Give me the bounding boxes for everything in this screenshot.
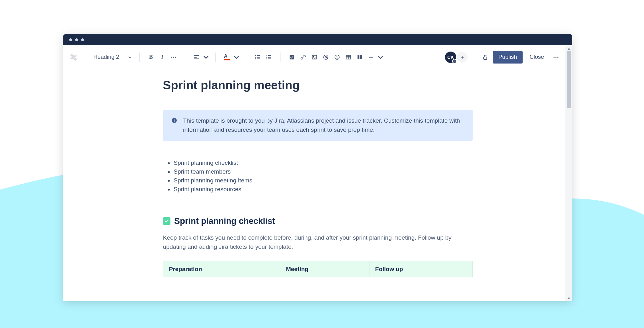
link-button[interactable]: [298, 52, 308, 62]
emoji-button[interactable]: [332, 52, 342, 62]
bullet-list-icon: [254, 54, 261, 60]
table-button[interactable]: [343, 52, 353, 62]
more-actions-button[interactable]: [551, 52, 561, 62]
svg-rect-18: [358, 55, 359, 59]
svg-rect-9: [290, 55, 294, 59]
svg-rect-20: [484, 57, 487, 59]
page-title[interactable]: Sprint planning meeting: [163, 79, 473, 92]
info-panel-text: This template is brought to you by Jira,…: [183, 116, 464, 135]
browser-window: Heading 2 B I: [63, 34, 572, 301]
emoji-icon: [334, 54, 340, 60]
align-left-icon: [193, 54, 200, 60]
divider: [163, 205, 473, 205]
toc-item[interactable]: Sprint planning resources: [174, 186, 473, 193]
scrollbar-track[interactable]: [565, 51, 572, 295]
text-color-button[interactable]: A: [222, 52, 232, 62]
mention-button[interactable]: [321, 52, 331, 62]
window-titlebar: [63, 34, 572, 45]
svg-point-5: [255, 58, 256, 59]
svg-point-26: [174, 119, 175, 120]
info-icon: [171, 116, 177, 135]
toolbar-separator: [280, 53, 280, 62]
text-color-dropdown[interactable]: [233, 52, 240, 62]
table-of-contents: Sprint planning checklist Sprint team me…: [163, 159, 473, 193]
editor-toolbar: Heading 2 B I: [63, 45, 565, 69]
alignment-button[interactable]: [192, 52, 202, 62]
checkbox-icon: [289, 54, 295, 60]
section-description[interactable]: Keep track of tasks you need to complete…: [163, 233, 473, 252]
toc-item[interactable]: Sprint team members: [174, 168, 473, 175]
scroll-down-icon[interactable]: ▾: [568, 295, 570, 301]
toc-item[interactable]: Sprint planning checklist: [174, 159, 473, 166]
italic-button[interactable]: I: [157, 52, 167, 62]
user-avatar[interactable]: CK c: [445, 52, 456, 63]
action-item-button[interactable]: [287, 52, 297, 62]
table-header[interactable]: Follow up: [369, 261, 473, 277]
alignment-dropdown[interactable]: [203, 52, 209, 62]
dots-icon: [553, 54, 559, 60]
svg-rect-19: [360, 55, 362, 59]
svg-point-12: [324, 55, 328, 59]
table-icon: [345, 54, 352, 60]
svg-text:3: 3: [266, 58, 267, 60]
svg-point-1: [173, 57, 174, 58]
info-panel[interactable]: This template is brought to you by Jira,…: [163, 110, 473, 141]
presence-badge: c: [452, 59, 457, 64]
insert-dropdown[interactable]: [377, 52, 384, 62]
editor-content[interactable]: Sprint planning meeting This template is…: [163, 69, 473, 277]
close-label: Close: [530, 54, 544, 60]
svg-point-2: [175, 57, 176, 58]
numbered-list-button[interactable]: 123: [264, 52, 274, 62]
close-button[interactable]: Close: [525, 51, 548, 64]
svg-point-21: [553, 57, 554, 58]
window-button-close[interactable]: [69, 38, 72, 41]
scrollbar-thumb[interactable]: [567, 51, 571, 108]
toolbar-separator: [215, 53, 216, 62]
plus-icon: [368, 54, 374, 60]
chevron-down-icon: [233, 54, 240, 60]
bold-button[interactable]: B: [146, 52, 156, 62]
toc-item[interactable]: Sprint planning meeting items: [174, 177, 473, 184]
insert-button[interactable]: [366, 52, 376, 62]
table-header[interactable]: Meeting: [280, 261, 369, 277]
window-button-zoom[interactable]: [81, 38, 84, 41]
dots-icon: [170, 54, 177, 60]
table-header[interactable]: Preparation: [163, 261, 280, 277]
scroll-up-icon[interactable]: ▴: [568, 45, 570, 51]
confluence-logo-icon: [69, 52, 79, 62]
invite-button[interactable]: [457, 52, 468, 63]
svg-point-0: [171, 57, 172, 58]
checklist-table[interactable]: Preparation Meeting Follow up: [163, 261, 473, 277]
svg-point-4: [255, 57, 256, 58]
svg-rect-25: [174, 120, 175, 122]
unlock-icon: [482, 54, 488, 60]
svg-point-15: [336, 56, 337, 57]
toolbar-separator: [246, 53, 246, 62]
heading-dropdown-label: Heading 2: [93, 54, 119, 60]
bullet-list-button[interactable]: [253, 52, 263, 62]
chevron-down-icon: [377, 54, 384, 60]
at-icon: [323, 54, 329, 60]
toolbar-separator: [83, 53, 83, 62]
publish-button[interactable]: Publish: [493, 51, 523, 64]
section-heading-text: Sprint planning checklist: [174, 216, 275, 226]
text-color-icon: A: [224, 54, 230, 60]
svg-point-22: [555, 57, 556, 58]
vertical-scrollbar[interactable]: ▴ ▾: [565, 45, 572, 301]
image-button[interactable]: [309, 52, 319, 62]
svg-point-14: [335, 55, 339, 59]
divider: [163, 150, 473, 150]
svg-point-11: [313, 56, 314, 57]
heading-dropdown[interactable]: Heading 2: [88, 52, 135, 63]
layouts-button[interactable]: [355, 52, 365, 62]
check-emoji-icon: [163, 217, 170, 225]
restrictions-button[interactable]: [480, 52, 490, 62]
toolbar-separator: [139, 53, 140, 62]
svg-point-23: [557, 57, 558, 58]
plus-icon: [460, 55, 465, 60]
section-heading[interactable]: Sprint planning checklist: [163, 216, 473, 226]
more-formatting-button[interactable]: [169, 52, 179, 62]
layout-icon: [357, 54, 363, 60]
window-button-minimize[interactable]: [75, 38, 78, 41]
svg-point-16: [338, 56, 338, 57]
